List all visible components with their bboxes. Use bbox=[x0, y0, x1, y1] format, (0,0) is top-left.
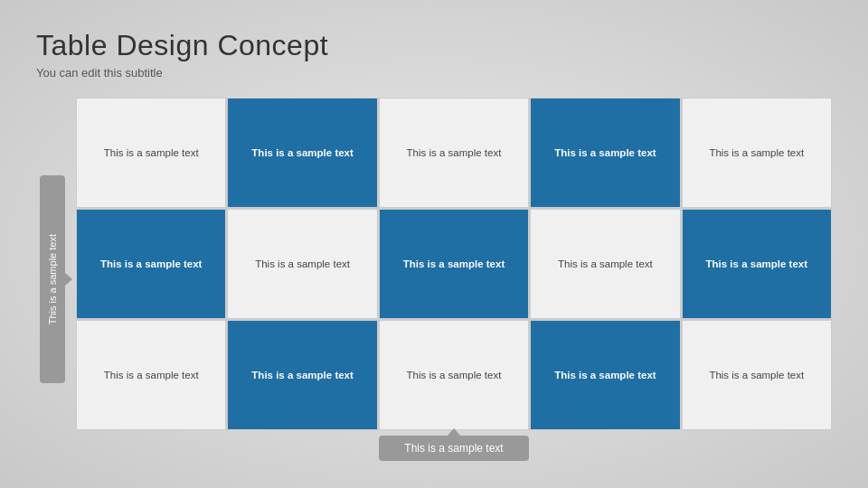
table-cell[interactable]: This is a sample text bbox=[228, 210, 376, 318]
table-grid: This is a sample textThis is a sample te… bbox=[76, 98, 832, 430]
table-cell[interactable]: This is a sample text bbox=[77, 210, 225, 318]
content-area: This is a sample text This is a sample t… bbox=[36, 98, 832, 461]
table-cell[interactable]: This is a sample text bbox=[380, 210, 528, 318]
slide-subtitle: You can edit this subtitle bbox=[36, 66, 832, 80]
bottom-label-wrap: This is a sample text bbox=[76, 430, 832, 461]
table-cell[interactable]: This is a sample text bbox=[531, 210, 679, 318]
table-cell[interactable]: This is a sample text bbox=[380, 99, 528, 207]
table-cell[interactable]: This is a sample text bbox=[77, 321, 225, 429]
bottom-label-text: This is a sample text bbox=[404, 442, 503, 455]
vertical-label-wrap: This is a sample text bbox=[36, 98, 69, 461]
table-and-bottom: This is a sample textThis is a sample te… bbox=[76, 98, 832, 461]
table-cell[interactable]: This is a sample text bbox=[531, 321, 679, 429]
bottom-label-box: This is a sample text bbox=[379, 436, 528, 461]
table-cell[interactable]: This is a sample text bbox=[683, 99, 831, 207]
vertical-label-text: This is a sample text bbox=[47, 234, 58, 324]
table-cell[interactable]: This is a sample text bbox=[683, 210, 831, 318]
vertical-label-box: This is a sample text bbox=[40, 175, 65, 383]
table-cell[interactable]: This is a sample text bbox=[380, 321, 528, 429]
table-cell[interactable]: This is a sample text bbox=[77, 99, 225, 207]
table-cell[interactable]: This is a sample text bbox=[228, 99, 376, 207]
table-cell[interactable]: This is a sample text bbox=[228, 321, 376, 429]
table-cell[interactable]: This is a sample text bbox=[531, 99, 679, 207]
slide-title: Table Design Concept bbox=[36, 29, 832, 62]
table-cell[interactable]: This is a sample text bbox=[683, 321, 831, 429]
slide: Table Design Concept You can edit this s… bbox=[0, 0, 868, 488]
